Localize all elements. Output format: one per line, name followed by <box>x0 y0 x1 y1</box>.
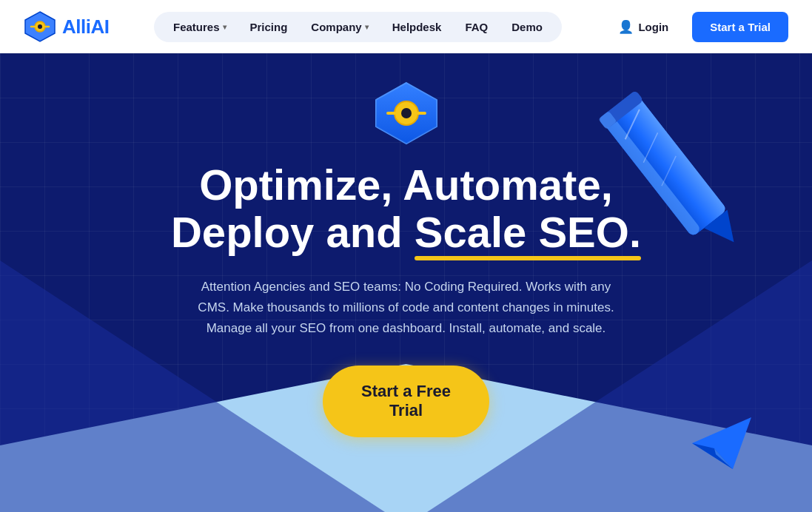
navbar: AlliAI Features ▾ Pricing Company ▾ Help… <box>0 0 812 53</box>
logo-text: AlliAI <box>62 16 109 38</box>
hero-headline: Optimize, Automate, Deploy and Scale SEO… <box>171 161 641 256</box>
nav-faq[interactable]: FAQ <box>454 16 498 38</box>
hero-content: Optimize, Automate, Deploy and Scale SEO… <box>171 53 641 437</box>
nav-links: Features ▾ Pricing Company ▾ Helpdesk FA… <box>154 12 562 42</box>
nav-demo[interactable]: Demo <box>501 16 553 38</box>
nav-pricing[interactable]: Pricing <box>240 16 298 38</box>
hero-plane-graphic <box>692 417 751 469</box>
logo-icon <box>24 10 56 43</box>
hero-cta-button[interactable]: Start a Free Trial <box>323 366 489 437</box>
svg-point-22 <box>401 108 412 118</box>
nav-features[interactable]: Features ▾ <box>163 16 237 38</box>
login-button[interactable]: 👤 Login <box>606 13 680 41</box>
nav-company[interactable]: Company ▾ <box>301 16 378 38</box>
svg-point-3 <box>38 24 42 29</box>
hero-subtext: Attention Agencies and SEO teams: No Cod… <box>184 277 628 339</box>
hero-logo-icon <box>373 80 440 146</box>
nav-helpdesk[interactable]: Helpdesk <box>382 16 452 38</box>
user-icon: 👤 <box>618 19 634 35</box>
features-chevron-icon: ▾ <box>223 23 227 31</box>
nav-right: 👤 Login Start a Trial <box>606 12 788 42</box>
start-trial-button[interactable]: Start a Trial <box>692 12 788 42</box>
company-chevron-icon: ▾ <box>365 23 369 31</box>
hero-section: Optimize, Automate, Deploy and Scale SEO… <box>0 53 812 512</box>
logo[interactable]: AlliAI <box>24 10 109 43</box>
